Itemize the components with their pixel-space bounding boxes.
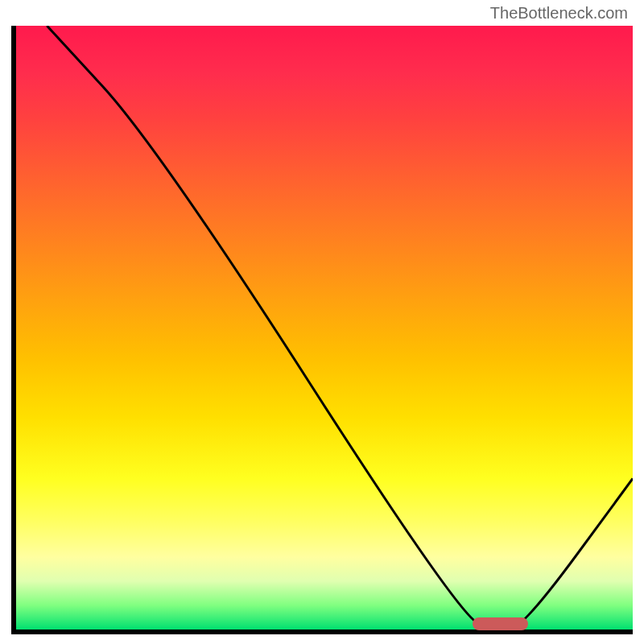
attribution-text: TheBottleneck.com	[490, 4, 628, 23]
optimal-marker	[473, 617, 528, 630]
chart-frame	[11, 26, 633, 634]
chart-background-gradient	[16, 26, 633, 630]
